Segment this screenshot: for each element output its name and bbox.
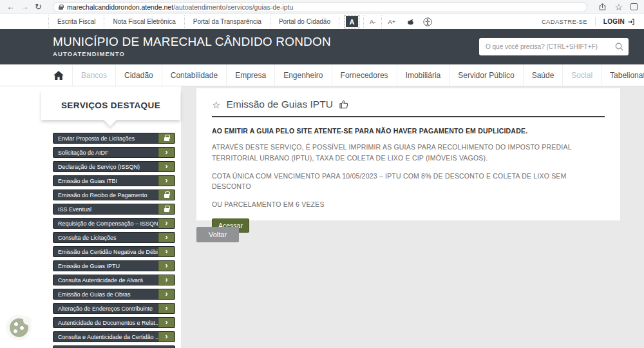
- font-decrease-button[interactable]: A-: [363, 15, 382, 28]
- service-item-guias-iptu[interactable]: Emissão de Guias IPTU ›: [53, 260, 175, 271]
- link-escrita-fiscal[interactable]: Escrita Fiscal: [48, 15, 104, 28]
- chevron-right-icon: ›: [158, 162, 175, 171]
- nav-item-contabilidade[interactable]: Contabilidade: [162, 65, 226, 86]
- service-item-guias-itbi[interactable]: Emissão de Guias ITBI ›: [53, 175, 175, 186]
- chevron-right-icon: ›: [158, 218, 175, 228]
- home-icon: [53, 71, 64, 80]
- browser-forward-icon[interactable]: →: [21, 3, 29, 11]
- nav-item-saude[interactable]: Saúde: [523, 65, 563, 86]
- nav-item-engenheiro[interactable]: Engenheiro: [274, 65, 331, 86]
- link-transparencia[interactable]: Portal da Transparência: [184, 15, 270, 28]
- search-input[interactable]: [479, 38, 629, 55]
- service-item-autenticidade-documentos[interactable]: Autenticidade de Documentos e Relat.. ›: [53, 317, 175, 328]
- chevron-right-icon: ›: [158, 332, 175, 342]
- service-item-requisicao-compensacao[interactable]: Requisição de Compensação – ISSQN ›: [53, 218, 175, 229]
- accessibility-person-icon[interactable]: [422, 17, 432, 26]
- link-portal-cidadao[interactable]: Portal do Cidadão: [270, 15, 339, 28]
- service-item-solicitacao-aidf[interactable]: Solicitação de AIDF ›: [53, 147, 175, 158]
- service-item-partial[interactable]: [53, 345, 175, 348]
- chevron-right-icon: ›: [158, 233, 175, 242]
- chevron-right-icon: ›: [158, 289, 175, 299]
- search-icon[interactable]: [614, 42, 624, 52]
- chevron-right-icon: ›: [158, 318, 175, 327]
- cookie-consent-widget[interactable]: [6, 314, 32, 340]
- service-item-consulta-licitacoes[interactable]: Consulta de Licitações ›: [53, 232, 175, 243]
- service-detail-card: ☆ Emissão de Guias IPTU AO EMITIR A GUIA…: [196, 88, 620, 220]
- nav-home-button[interactable]: [45, 71, 72, 80]
- site-header: MUNICÍPIO DE MARECHAL CÂNDIDO RONDON AUT…: [0, 29, 644, 64]
- share-icon[interactable]: [598, 3, 607, 11]
- service-item-iss-eventual[interactable]: ISS Eventual: [53, 204, 175, 215]
- chevron-right-icon: ›: [158, 261, 175, 271]
- nav-item-imobiliaria[interactable]: Imobiliária: [397, 65, 450, 86]
- chevron-right-icon: ›: [158, 275, 175, 285]
- lock-icon: [158, 204, 175, 214]
- installments-info: OU PARCELAMENTO EM 6 VEZES: [212, 199, 605, 210]
- nav-item-bancos[interactable]: Bancos: [72, 65, 115, 86]
- service-title: Emissão de Guias IPTU: [226, 99, 332, 110]
- cookie-icon: [10, 318, 28, 337]
- account-actions: CADASTRE-SE LOGIN: [542, 17, 644, 26]
- login-exit-icon: [627, 18, 635, 26]
- service-item-autenticidade-alvara[interactable]: Consulta Autenticidade de Alvará ›: [53, 275, 175, 285]
- nav-item-tabelionato[interactable]: Tabelionato: [601, 65, 644, 86]
- nav-item-servidor-publico[interactable]: Servidor Público: [449, 65, 522, 86]
- link-nota-fiscal[interactable]: Nota Fiscal Eletrônica: [104, 15, 184, 28]
- single-installment-info: COTA ÚNICA COM VENCIMENTO PARA 10/05/202…: [212, 171, 605, 193]
- screen: ← → ↻ marechalcandidorondon.atende.net/a…: [0, 0, 644, 348]
- featured-services-list: Enviar Proposta de Licitações Solicitaçã…: [53, 133, 175, 348]
- service-item-declaracao-issqn[interactable]: Declaração de Serviço (ISSQN) ›: [53, 161, 175, 172]
- page-url: marechalcandidorondon.atende.net/autoate…: [67, 3, 293, 11]
- browser-actions: ☆: [598, 3, 638, 12]
- service-item-alteracao-enderecos[interactable]: Alteração de Endereços Contribuinte ›: [53, 303, 175, 314]
- browser-window-icon[interactable]: [630, 3, 638, 10]
- secure-lock-icon: [59, 6, 63, 10]
- nav-item-empresa[interactable]: Empresa: [226, 65, 274, 86]
- login-button[interactable]: LOGIN: [596, 18, 635, 26]
- font-size-controls: A A- A+: [339, 15, 436, 28]
- font-normal-button[interactable]: A: [346, 16, 358, 27]
- libras-hand-icon[interactable]: [405, 17, 415, 26]
- favorite-star-icon[interactable]: ☆: [212, 100, 220, 110]
- nav-item-social[interactable]: Social: [562, 65, 601, 86]
- back-button[interactable]: Voltar: [196, 227, 239, 242]
- bookmark-star-icon[interactable]: ☆: [614, 3, 623, 12]
- chevron-right-icon: ›: [158, 247, 175, 256]
- browser-reload-icon[interactable]: ↻: [35, 3, 42, 11]
- sidebar: SERVIÇOS DESTAQUE Enviar Proposta de Lic…: [0, 86, 181, 348]
- title-underline: [212, 116, 605, 117]
- utility-toolbar: Escrita Fiscal Nota Fiscal Eletrônica Po…: [0, 14, 644, 29]
- service-item-consulta-certidao[interactable]: Consulta e Autenticidade da Certidão .. …: [53, 331, 175, 342]
- lock-icon: [158, 190, 175, 200]
- browser-back-icon[interactable]: ←: [6, 3, 15, 11]
- chevron-right-icon: ›: [158, 304, 175, 313]
- page-body: SERVIÇOS DESTAQUE Enviar Proposta de Lic…: [0, 86, 644, 348]
- nav-item-cidadao[interactable]: Cidadão: [115, 65, 162, 86]
- chevron-right-icon: ›: [158, 176, 175, 186]
- service-item-certidao-negativa[interactable]: Emissão da Certidão Negativa de Débi.. ›: [53, 246, 175, 257]
- main-navigation: Bancos Cidadão Contabilidade Empresa Eng…: [0, 64, 644, 86]
- browser-toolbar: ← → ↻ marechalcandidorondon.atende.net/a…: [0, 0, 644, 14]
- service-description: ATRAVÉS DESTE SERVIÇO, É POSSÍVEL IMPRIM…: [212, 142, 605, 164]
- nav-item-fornecedores[interactable]: Fornecedores: [332, 65, 397, 86]
- sidebar-title-box: SERVIÇOS DESTAQUE: [41, 90, 180, 120]
- font-increase-button[interactable]: A+: [381, 15, 401, 28]
- address-bar[interactable]: marechalcandidorondon.atende.net/autoate…: [53, 2, 588, 12]
- site-search: [479, 38, 629, 55]
- thumbs-up-icon[interactable]: [339, 99, 349, 110]
- service-item-enviar-proposta[interactable]: Enviar Proposta de Licitações: [53, 133, 175, 144]
- lock-icon: [158, 133, 175, 143]
- duplicate-payment-warning: AO EMITIR A GUIA PELO SITE ATENTE-SE PAR…: [212, 127, 605, 135]
- sidebar-title: SERVIÇOS DESTAQUE: [61, 101, 160, 110]
- register-link[interactable]: CADASTRE-SE: [542, 18, 595, 25]
- chevron-right-icon: ›: [158, 148, 175, 157]
- service-item-guias-obras[interactable]: Emissão de Guias de Obras ›: [53, 289, 175, 300]
- service-item-recibo-pagamento[interactable]: Emissão do Recibo de Pagamento: [53, 189, 175, 200]
